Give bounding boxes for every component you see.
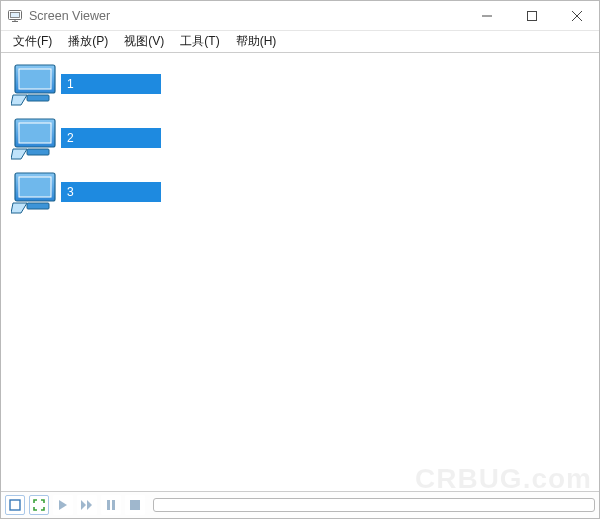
svg-rect-13 [19, 123, 51, 143]
maximize-button[interactable] [509, 1, 554, 30]
titlebar: Screen Viewer [1, 1, 599, 31]
menu-help[interactable]: 帮助(H) [228, 31, 285, 52]
list-item[interactable]: 1 [11, 61, 589, 107]
fullscreen-button[interactable] [29, 495, 49, 515]
window-title: Screen Viewer [29, 9, 110, 23]
playback-toolbar [1, 492, 599, 518]
svg-rect-11 [27, 95, 49, 101]
menu-tools[interactable]: 工具(T) [172, 31, 227, 52]
window-controls [464, 1, 599, 30]
svg-marker-14 [11, 149, 27, 159]
play-button[interactable] [53, 495, 73, 515]
svg-marker-21 [59, 500, 67, 510]
svg-marker-18 [11, 203, 27, 213]
minimize-button[interactable] [464, 1, 509, 30]
svg-rect-26 [130, 500, 140, 510]
svg-rect-19 [27, 203, 49, 209]
monitor-icon [11, 61, 65, 107]
stop-button[interactable] [125, 495, 145, 515]
svg-rect-24 [107, 500, 110, 510]
app-icon [7, 8, 23, 24]
fast-forward-button[interactable] [77, 495, 97, 515]
device-list: 1 2 3 [1, 53, 599, 492]
list-item[interactable]: 2 [11, 115, 589, 161]
svg-marker-23 [87, 500, 92, 510]
monitor-icon [11, 169, 65, 215]
svg-rect-15 [27, 149, 49, 155]
monitor-icon [11, 115, 65, 161]
svg-rect-25 [112, 500, 115, 510]
app-window: Screen Viewer 文件(F) 播放(P) 视图(V) 工具(T) 帮助… [0, 0, 600, 519]
close-button[interactable] [554, 1, 599, 30]
svg-rect-20 [10, 500, 20, 510]
pause-button[interactable] [101, 495, 121, 515]
list-item[interactable]: 3 [11, 169, 589, 215]
device-label: 3 [61, 182, 161, 202]
svg-rect-5 [527, 11, 536, 20]
menu-play[interactable]: 播放(P) [60, 31, 116, 52]
menu-file[interactable]: 文件(F) [5, 31, 60, 52]
svg-rect-9 [19, 69, 51, 89]
svg-marker-10 [11, 95, 27, 105]
device-label: 1 [61, 74, 161, 94]
progress-bar[interactable] [153, 498, 595, 512]
single-view-button[interactable] [5, 495, 25, 515]
svg-marker-22 [81, 500, 86, 510]
menu-view[interactable]: 视图(V) [116, 31, 172, 52]
device-label: 2 [61, 128, 161, 148]
menubar: 文件(F) 播放(P) 视图(V) 工具(T) 帮助(H) [1, 31, 599, 53]
svg-rect-17 [19, 177, 51, 197]
svg-rect-1 [11, 12, 20, 17]
